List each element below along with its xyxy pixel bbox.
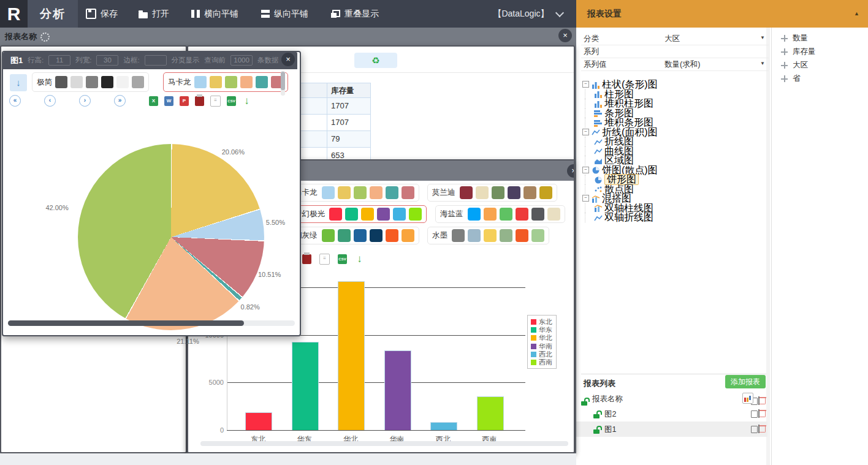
chevron-down-icon[interactable] bbox=[555, 9, 564, 17]
palette-swatch[interactable] bbox=[132, 76, 144, 88]
tree-item-混搭图[interactable]: −混搭图 bbox=[582, 194, 658, 203]
tree-item-堆积条形图[interactable]: 堆积条形图 bbox=[582, 118, 658, 127]
nav-button-tile-horizontal[interactable]: 横向平铺 bbox=[191, 0, 238, 28]
collapse-arrow-icon[interactable]: ▲ bbox=[854, 0, 859, 28]
page-last-icon[interactable]: » bbox=[114, 95, 126, 107]
nav-button-open[interactable]: 打开 bbox=[139, 0, 169, 28]
palette-swatch[interactable] bbox=[516, 229, 528, 242]
palette-swatch[interactable] bbox=[531, 229, 544, 242]
palette-swatch[interactable] bbox=[500, 208, 512, 221]
palette-swatch[interactable] bbox=[547, 208, 560, 221]
rename-icon[interactable] bbox=[751, 425, 760, 433]
palette-swatch[interactable] bbox=[338, 229, 351, 242]
palette-swatch[interactable] bbox=[492, 186, 504, 199]
palette-vscrollbar[interactable] bbox=[281, 71, 285, 96]
settings-panel-header[interactable]: 报表设置 ▲ bbox=[576, 0, 868, 28]
tree-collapse-icon[interactable]: − bbox=[582, 167, 589, 173]
palette-swatch[interactable] bbox=[361, 208, 374, 221]
tree-item-堆积柱形图[interactable]: 堆积柱形图 bbox=[582, 99, 658, 108]
palette-swatch[interactable] bbox=[256, 76, 268, 88]
palette-马卡龙[interactable]: 马卡龙 bbox=[289, 184, 419, 202]
bar-window-hscrollbar[interactable] bbox=[200, 441, 568, 446]
collapse-toolbar-button[interactable]: ↓ bbox=[10, 74, 27, 91]
field-item-数量[interactable]: 数量 bbox=[781, 33, 808, 43]
field-item-省[interactable]: 省 bbox=[781, 74, 801, 84]
pie-chart[interactable] bbox=[78, 144, 264, 330]
palette-swatch[interactable] bbox=[393, 208, 406, 221]
tree-item-饼图(散点)图[interactable]: −饼图(散点)图 bbox=[582, 165, 658, 175]
refresh-button[interactable]: ♻ bbox=[354, 53, 397, 68]
palette-swatch[interactable] bbox=[116, 76, 129, 88]
tree-collapse-icon[interactable]: − bbox=[582, 129, 589, 135]
palette-swatch[interactable] bbox=[55, 76, 67, 88]
bar-华南[interactable] bbox=[384, 350, 411, 430]
bar-西北[interactable] bbox=[430, 422, 457, 430]
download-icon[interactable]: ↓ bbox=[355, 254, 364, 264]
palette-马卡龙[interactable]: 马卡龙 bbox=[163, 72, 288, 92]
palette-海盐蓝[interactable]: 海盐蓝 bbox=[435, 205, 565, 223]
palette-swatch[interactable] bbox=[101, 76, 113, 88]
bar-西南[interactable] bbox=[477, 396, 504, 430]
field-item-大区[interactable]: 大区 bbox=[781, 60, 808, 70]
tree-item-区域图[interactable]: 区域图 bbox=[582, 156, 658, 165]
tree-item-散点图[interactable]: 散点图 bbox=[582, 184, 658, 194]
palette-swatch[interactable] bbox=[402, 186, 414, 199]
palette-swatch[interactable] bbox=[468, 208, 481, 221]
palette-莫兰迪[interactable]: 莫兰迪 bbox=[427, 184, 557, 202]
tree-item-折线图[interactable]: 折线图 bbox=[582, 137, 658, 146]
dropdown-arrow-icon[interactable]: ▼ bbox=[760, 35, 765, 40]
bar-window-close-button[interactable]: × bbox=[567, 164, 575, 178]
add-report-button[interactable]: 添加报表 bbox=[725, 375, 766, 388]
tree-item-曲线图[interactable]: 曲线图 bbox=[582, 146, 658, 156]
workspace-label[interactable]: 【DataLogic】 bbox=[490, 0, 552, 28]
palette-swatch[interactable] bbox=[354, 186, 367, 199]
dialog-hscrollbar-thumb[interactable] bbox=[8, 320, 244, 326]
palette-水墨[interactable]: 水墨 bbox=[427, 227, 549, 244]
palette-烟灰绿[interactable]: 烟灰绿 bbox=[289, 227, 419, 244]
palette-swatch[interactable] bbox=[476, 186, 489, 199]
report-list-row-图2[interactable]: 图2 bbox=[576, 406, 767, 422]
palette-swatch[interactable] bbox=[402, 229, 414, 242]
palette-swatch[interactable] bbox=[468, 229, 481, 242]
dropdown-arrow-icon[interactable]: ▼ bbox=[760, 61, 765, 66]
palette-swatch[interactable] bbox=[508, 186, 520, 199]
page-next-icon[interactable]: › bbox=[79, 95, 91, 107]
palette-swatch[interactable] bbox=[345, 208, 358, 221]
palette-swatch[interactable] bbox=[460, 186, 473, 199]
tree-item-双轴柱线图[interactable]: 双轴柱线图 bbox=[582, 203, 658, 213]
settings-row-value[interactable]: 大区 bbox=[664, 34, 680, 44]
tab-analysis[interactable]: 分析 bbox=[28, 0, 78, 28]
palette-swatch[interactable] bbox=[370, 229, 383, 242]
csv-icon[interactable]: CSV bbox=[338, 254, 347, 264]
report-list-row-报表名称[interactable]: 报表名称 bbox=[576, 391, 767, 406]
nav-button-tile-vertical[interactable]: 纵向平铺 bbox=[261, 0, 308, 28]
dialog-hscrollbar[interactable] bbox=[8, 320, 295, 326]
canvas-close-button[interactable]: × bbox=[558, 29, 572, 42]
palette-swatch[interactable] bbox=[484, 229, 497, 242]
print-icon[interactable] bbox=[195, 96, 204, 106]
palette-swatch[interactable] bbox=[354, 229, 367, 242]
print-icon[interactable] bbox=[302, 254, 311, 264]
palette-swatch[interactable] bbox=[386, 229, 398, 242]
rename-icon[interactable] bbox=[751, 409, 760, 418]
palette-极简[interactable]: 极简 bbox=[32, 72, 149, 92]
dialog-close-button[interactable]: × bbox=[281, 53, 295, 66]
bar-华北[interactable] bbox=[338, 281, 365, 430]
palette-swatch[interactable] bbox=[194, 76, 207, 88]
csv-icon[interactable]: CSV bbox=[227, 96, 236, 106]
settings-row-value[interactable]: 数量(求和) bbox=[664, 59, 700, 70]
tree-collapse-icon[interactable]: − bbox=[582, 195, 589, 202]
palette-swatch[interactable] bbox=[484, 208, 497, 221]
download-icon[interactable]: ↓ bbox=[242, 96, 251, 106]
tree-item-折线(面积)图[interactable]: −折线(面积)图 bbox=[582, 127, 658, 137]
bar-华东[interactable] bbox=[292, 342, 319, 430]
palette-swatch[interactable] bbox=[322, 186, 335, 199]
tree-item-饼形图[interactable]: 饼形图 bbox=[582, 175, 658, 184]
legend-item-西南[interactable]: 西南 bbox=[531, 358, 552, 366]
tree-item-柱状(条形)图[interactable]: −柱状(条形)图 bbox=[582, 80, 658, 89]
palette-swatch[interactable] bbox=[370, 186, 383, 199]
palette-swatch[interactable] bbox=[322, 229, 335, 242]
legend-item-西北[interactable]: 西北 bbox=[531, 350, 552, 358]
tree-item-条形图[interactable]: 条形图 bbox=[582, 108, 658, 118]
nav-button-save[interactable]: 保存 bbox=[86, 0, 118, 28]
